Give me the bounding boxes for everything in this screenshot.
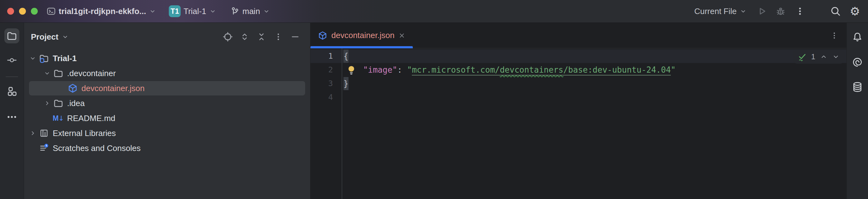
tree-item-idea-folder[interactable]: .idea bbox=[24, 96, 310, 111]
git-branch-widget[interactable]: main bbox=[230, 6, 270, 16]
locate-icon[interactable] bbox=[222, 31, 234, 42]
tab-devcontainer-json[interactable]: devcontainer.json bbox=[310, 23, 413, 48]
structure-toolwindow-button[interactable] bbox=[4, 84, 19, 99]
folder-icon bbox=[53, 98, 64, 109]
typo-highlighted-text: devcontainers bbox=[500, 65, 563, 74]
chevron-down-icon bbox=[149, 7, 156, 15]
ai-assistant-button[interactable] bbox=[850, 55, 865, 70]
chevron-right-icon[interactable] bbox=[41, 98, 53, 109]
project-folder-icon bbox=[6, 31, 17, 41]
database-icon bbox=[852, 81, 863, 93]
inspection-ok-check-icon bbox=[798, 52, 807, 61]
commit-toolwindow-button[interactable] bbox=[4, 53, 19, 68]
image-reference-link[interactable]: mcr.microsoft.com/devcontainers/base:dev… bbox=[412, 65, 671, 75]
expand-all-icon[interactable] bbox=[239, 31, 250, 42]
tree-indent-spacer bbox=[41, 112, 53, 124]
code-line-2: "image": "mcr.microsoft.com/devcontainer… bbox=[342, 63, 846, 77]
libraries-icon bbox=[38, 128, 50, 139]
search-everywhere-icon[interactable] bbox=[830, 6, 841, 17]
tree-item-label: README.md bbox=[67, 113, 116, 123]
chevron-down-icon[interactable] bbox=[27, 53, 38, 64]
tree-item-trial-1[interactable]: Trial-1 bbox=[24, 51, 310, 66]
chevron-down-icon bbox=[740, 7, 747, 15]
folder-icon bbox=[53, 68, 64, 79]
more-actions-kebab-icon[interactable] bbox=[794, 6, 806, 17]
chevron-down-icon bbox=[209, 7, 217, 15]
notifications-button[interactable] bbox=[850, 30, 865, 44]
tree-item-label: .idea bbox=[67, 99, 85, 108]
run-config-selector[interactable]: Current File bbox=[694, 6, 747, 16]
tree-item-label: devcontainer.json bbox=[82, 84, 145, 93]
tab-label: devcontainer.json bbox=[331, 31, 394, 40]
title-bar: trial1git-rdjkpn-ekkfo... T1 Trial-1 mai… bbox=[0, 0, 868, 23]
collapse-all-icon[interactable] bbox=[256, 31, 267, 42]
editor-body[interactable]: 1 2 3 4 { "image": "mcr.microsoft.com/de… bbox=[310, 48, 846, 199]
zoom-window-button[interactable] bbox=[31, 8, 38, 15]
current-file-label: Current File bbox=[694, 6, 737, 16]
tree-item-label: External Libraries bbox=[53, 129, 116, 138]
tab-options-kebab-icon[interactable] bbox=[830, 23, 838, 48]
inspections-widget[interactable]: 1 bbox=[793, 50, 845, 64]
branch-name: main bbox=[242, 6, 260, 16]
more-tools-icon bbox=[6, 112, 17, 122]
intention-bulb-icon[interactable] bbox=[347, 65, 356, 75]
ai-assistant-icon bbox=[852, 57, 863, 68]
colon-separator: : bbox=[397, 65, 407, 74]
hide-panel-icon[interactable] bbox=[289, 31, 301, 42]
project-widget[interactable]: trial1git-rdjkpn-ekkfo... bbox=[46, 6, 156, 16]
line-number: 4 bbox=[310, 91, 342, 104]
chevron-down-icon[interactable] bbox=[61, 33, 69, 40]
notifications-bell-icon bbox=[852, 32, 863, 43]
main-area: Project bbox=[0, 23, 868, 199]
tree-item-devcontainer-folder[interactable]: .devcontainer bbox=[24, 66, 310, 81]
tree-item-external-libraries[interactable]: External Libraries bbox=[24, 126, 310, 141]
project-toolwindow-button[interactable] bbox=[4, 28, 19, 43]
devcontainer-cube-icon bbox=[67, 82, 78, 94]
json-key: "image" bbox=[363, 65, 398, 74]
code-line-1: { bbox=[342, 49, 846, 63]
next-problem-chevron-down-icon[interactable] bbox=[832, 53, 840, 61]
minimize-window-button[interactable] bbox=[19, 8, 26, 15]
devcontainer-cube-icon bbox=[318, 31, 327, 40]
panel-actions bbox=[222, 31, 301, 42]
code-content[interactable]: { "image": "mcr.microsoft.com/devcontain… bbox=[342, 48, 846, 199]
line-number: 1 bbox=[310, 49, 342, 63]
scratches-icon bbox=[38, 142, 50, 154]
code-line-3: } bbox=[342, 77, 846, 91]
tree-item-readme[interactable]: M↓ README.md bbox=[24, 111, 310, 126]
tree-item-label: Trial-1 bbox=[53, 54, 77, 63]
chevron-right-icon[interactable] bbox=[27, 128, 38, 139]
editor-tab-bar: devcontainer.json bbox=[310, 23, 846, 48]
settings-gear-icon[interactable]: ⚙ bbox=[849, 6, 861, 17]
line-number: 3 bbox=[310, 77, 342, 91]
titlebar-right-actions: Current File ⚙ bbox=[694, 6, 861, 17]
line-number: 2 bbox=[310, 63, 342, 77]
tree-item-devcontainer-json[interactable]: devcontainer.json bbox=[24, 81, 310, 96]
options-kebab-icon[interactable] bbox=[273, 31, 284, 42]
close-window-button[interactable] bbox=[7, 8, 14, 15]
terminal-project-icon bbox=[46, 6, 56, 16]
run-config-badge: T1 bbox=[169, 5, 181, 17]
inspection-count: 1 bbox=[811, 53, 815, 61]
left-toolwindow-rail bbox=[0, 23, 24, 199]
window-controls bbox=[7, 8, 38, 15]
run-configuration-widget[interactable]: T1 Trial-1 bbox=[169, 5, 217, 17]
previous-problem-chevron-up-icon[interactable] bbox=[820, 53, 828, 61]
project-toolwindow: Project bbox=[24, 23, 310, 199]
tree-item-scratches[interactable]: Scratches and Consoles bbox=[24, 141, 310, 156]
git-branch-icon bbox=[230, 6, 240, 16]
markdown-file-icon: M↓ bbox=[53, 112, 64, 124]
project-name: trial1git-rdjkpn-ekkfo... bbox=[59, 6, 146, 16]
chevron-down-icon[interactable] bbox=[41, 68, 53, 79]
tree-item-label: .devcontainer bbox=[67, 69, 116, 78]
commit-icon bbox=[6, 55, 17, 66]
debug-button[interactable] bbox=[775, 6, 786, 17]
run-button[interactable] bbox=[756, 6, 768, 17]
open-brace: { bbox=[343, 49, 348, 63]
tree-indent-spacer bbox=[56, 82, 67, 94]
database-button[interactable] bbox=[850, 79, 865, 95]
open-quote: " bbox=[407, 65, 412, 74]
more-toolwindows-button[interactable] bbox=[4, 109, 19, 125]
close-icon[interactable] bbox=[398, 32, 405, 39]
tree-item-label: Scratches and Consoles bbox=[53, 143, 141, 153]
